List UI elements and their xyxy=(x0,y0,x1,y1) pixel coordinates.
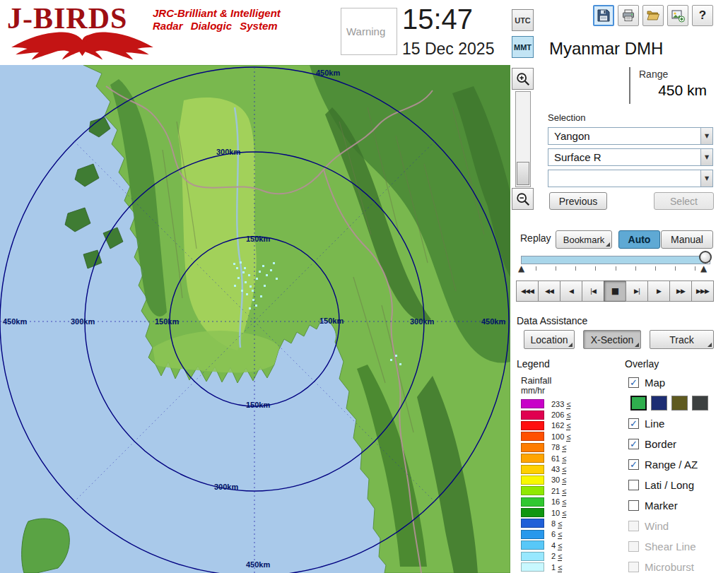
legend-color-swatch xyxy=(521,562,544,572)
replay-stop-button[interactable]: ■ xyxy=(604,280,626,302)
checkbox[interactable] xyxy=(628,521,639,531)
clock-time: 15:47 xyxy=(402,4,473,35)
data-assistance-x-section-button[interactable]: X-Section xyxy=(583,330,641,349)
map-style-swatch-3[interactable] xyxy=(692,396,708,410)
rainfall-color-scale: 233 ≤206 ≤162 ≤100 ≤78 ≤61 ≤43 ≤30 ≤21 ≤… xyxy=(521,398,570,572)
site-dropdown[interactable]: Yangon ▼ xyxy=(548,127,713,145)
checkbox[interactable] xyxy=(628,562,639,572)
selection-section-label: Selection xyxy=(548,112,585,123)
timeline-end-marker-icon: ▲ xyxy=(700,264,707,273)
save-button[interactable] xyxy=(593,5,614,26)
overlay-label: Lati / Long xyxy=(645,479,694,491)
map-style-swatch-2[interactable] xyxy=(671,396,688,410)
station-title: Myanmar DMH xyxy=(549,39,663,59)
checkbox[interactable]: ✓ xyxy=(628,459,639,470)
legend-value: 2 ≤ xyxy=(551,552,562,560)
select-button[interactable]: Select xyxy=(654,192,714,210)
range-value: 450 km xyxy=(639,82,707,99)
checkbox[interactable] xyxy=(628,500,639,511)
overlay-item-map[interactable]: ✓Map xyxy=(628,375,728,389)
checkbox[interactable]: ✓ xyxy=(628,439,639,449)
overlay-label: Line xyxy=(645,418,664,430)
overlay-item-border[interactable]: ✓Border xyxy=(628,437,728,451)
replay-step-back-button[interactable]: |◀ xyxy=(582,280,604,302)
overlay-item-marker[interactable]: Marker xyxy=(628,498,728,512)
timeline-start-marker-icon: ▲ xyxy=(518,264,524,273)
legend-row: 78 ≤ xyxy=(521,442,570,453)
manual-mode-button[interactable]: Manual xyxy=(661,230,713,249)
checkbox[interactable] xyxy=(628,541,639,552)
overlay-item-microburst[interactable]: Microburst xyxy=(628,560,728,573)
replay-fast-forward-button[interactable]: ▶▶ xyxy=(669,280,692,302)
extra-dropdown[interactable]: ▼ xyxy=(548,170,713,187)
zoom-slider[interactable] xyxy=(515,91,531,187)
warning-label: Warning xyxy=(346,25,385,37)
zoom-in-button[interactable] xyxy=(512,68,534,90)
legend-row: 162 ≤ xyxy=(521,420,570,431)
overlay-item-lati-long[interactable]: Lati / Long xyxy=(628,478,728,492)
help-button[interactable]: ? xyxy=(692,5,713,26)
overlay-item-wind[interactable]: Wind xyxy=(628,519,728,533)
legend-color-swatch xyxy=(521,399,544,408)
image-plus-icon xyxy=(671,8,685,23)
bookmark-button[interactable]: Bookmark xyxy=(556,230,612,249)
replay-play-button[interactable]: ▶ xyxy=(647,280,670,302)
map-style-swatch-1[interactable] xyxy=(651,396,667,410)
data-assistance-location-button[interactable]: Location xyxy=(524,330,575,349)
overlay-item-range-az[interactable]: ✓Range / AZ xyxy=(628,457,728,471)
zoom-slider-thumb[interactable] xyxy=(517,162,529,185)
replay-fast-rewind-button[interactable]: ◀◀ xyxy=(538,280,560,302)
legend-row: 6 ≤ xyxy=(521,529,570,540)
legend-quantity-label: Rainfall xyxy=(521,375,551,386)
previous-button[interactable]: Previous xyxy=(549,192,607,210)
range-ring-label: 450km xyxy=(481,317,505,326)
replay-forward-to-end-button[interactable]: ▶▶▶ xyxy=(691,280,714,302)
legend-row: 2 ≤ xyxy=(521,550,570,561)
chevron-down-icon[interactable]: ▼ xyxy=(700,149,712,165)
timeline-thumb[interactable] xyxy=(699,251,712,264)
printer-icon xyxy=(621,8,635,23)
checkbox[interactable]: ✓ xyxy=(628,418,639,429)
overlay-item-line[interactable]: ✓Line xyxy=(628,416,728,430)
legend-value: 6 ≤ xyxy=(551,530,562,538)
overlay-section-label: Overlay xyxy=(625,358,659,370)
replay-timeline-slider[interactable] xyxy=(521,256,710,264)
timeline-progress xyxy=(522,256,704,264)
replay-play-backward-button[interactable]: ◀ xyxy=(560,280,582,302)
chevron-down-icon[interactable]: ▼ xyxy=(700,170,712,187)
replay-rewind-to-start-button[interactable]: ◀◀◀ xyxy=(516,280,539,302)
legend-color-swatch xyxy=(521,410,544,420)
export-image-button[interactable] xyxy=(667,5,688,26)
mmt-button[interactable]: MMT xyxy=(512,36,534,58)
legend-value: 78 ≤ xyxy=(551,443,566,451)
checkbox[interactable] xyxy=(628,480,639,490)
open-folder-icon xyxy=(646,8,660,23)
legend-row: 43 ≤ xyxy=(521,463,570,474)
data-assistance-track-button[interactable]: Track xyxy=(650,330,714,349)
tagline-line2: Radar Dialogic System xyxy=(153,20,281,33)
legend-value: 100 ≤ xyxy=(551,432,570,441)
checkbox[interactable]: ✓ xyxy=(628,377,639,388)
print-button[interactable] xyxy=(618,5,639,26)
toolbar: ? xyxy=(593,5,713,26)
legend-color-swatch xyxy=(521,540,544,550)
range-ring-label: 150km xyxy=(319,317,344,325)
auto-mode-button[interactable]: Auto xyxy=(618,230,660,249)
legend-section-label: Legend xyxy=(517,358,550,370)
range-label: Range xyxy=(639,69,714,80)
timeline-tick xyxy=(635,266,636,271)
legend-row: 100 ≤ xyxy=(521,431,570,442)
zoom-out-button[interactable] xyxy=(512,188,534,210)
utc-button[interactable]: UTC xyxy=(512,9,534,31)
product-dropdown[interactable]: Surface R ▼ xyxy=(548,148,713,166)
chevron-down-icon[interactable]: ▼ xyxy=(700,128,712,144)
radar-map[interactable]: 450km300km150km450km300km150km150km300km… xyxy=(0,65,510,573)
replay-step-forward-button[interactable]: ▶| xyxy=(626,280,648,302)
open-file-button[interactable] xyxy=(642,5,664,26)
overlay-label: Microburst xyxy=(645,561,694,573)
replay-section-label: Replay xyxy=(520,232,551,244)
floppy-disk-icon xyxy=(597,8,611,23)
overlay-item-shear-line[interactable]: Shear Line xyxy=(628,539,728,553)
range-ring-label: 450km xyxy=(246,560,270,569)
map-style-swatch-0[interactable] xyxy=(630,396,647,410)
